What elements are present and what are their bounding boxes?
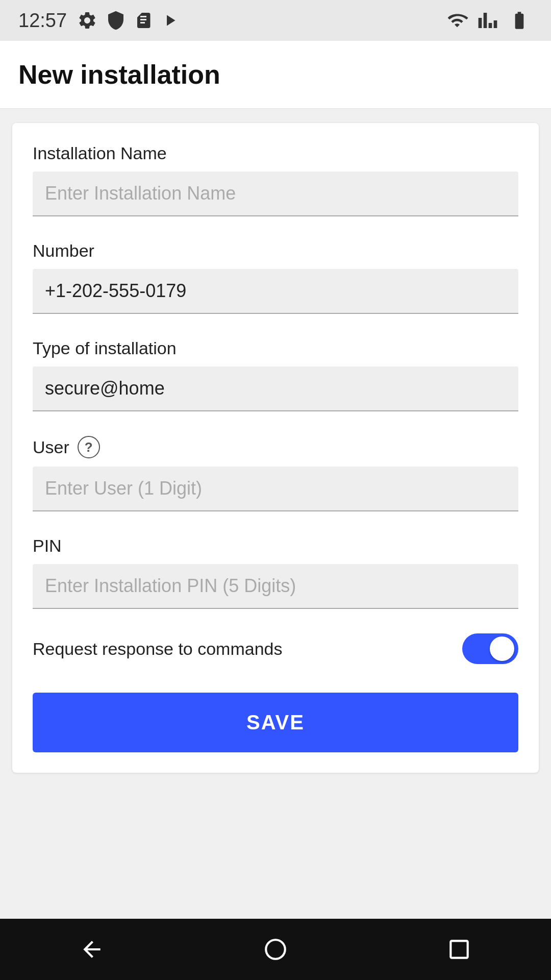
svg-rect-1 xyxy=(450,941,467,958)
user-label: User ? xyxy=(33,436,518,458)
type-of-installation-group: Type of installation xyxy=(33,338,518,411)
page-title: New installation xyxy=(18,59,533,90)
sim-icon xyxy=(134,10,153,31)
status-bar: 12:57 xyxy=(0,0,551,41)
home-button[interactable] xyxy=(255,929,296,970)
gear-icon xyxy=(77,10,97,31)
back-button[interactable] xyxy=(71,929,112,970)
request-response-row: Request response to commands xyxy=(33,633,518,664)
wifi-icon xyxy=(445,10,469,31)
toggle-knob xyxy=(490,636,514,661)
back-icon xyxy=(79,937,105,962)
page-title-bar: New installation xyxy=(0,41,551,109)
status-bar-right xyxy=(445,10,533,31)
home-icon xyxy=(263,937,288,962)
pin-group: PIN xyxy=(33,536,518,609)
shield-icon xyxy=(106,10,126,31)
user-group: User ? xyxy=(33,436,518,511)
recents-button[interactable] xyxy=(439,929,480,970)
request-response-toggle[interactable] xyxy=(462,633,518,664)
pin-input[interactable] xyxy=(33,564,518,609)
pin-label: PIN xyxy=(33,536,518,556)
form-card: Installation Name Number Type of install… xyxy=(12,123,539,773)
bottom-nav-bar xyxy=(0,919,551,980)
svg-point-0 xyxy=(266,940,285,959)
status-time: 12:57 xyxy=(18,10,67,32)
type-of-installation-label: Type of installation xyxy=(33,338,518,358)
save-button[interactable]: SAVE xyxy=(33,693,518,752)
user-input[interactable] xyxy=(33,467,518,511)
number-label: Number xyxy=(33,241,518,261)
recents-icon xyxy=(446,937,472,962)
number-group: Number xyxy=(33,241,518,314)
status-bar-left: 12:57 xyxy=(18,10,179,32)
number-input[interactable] xyxy=(33,269,518,314)
request-response-label: Request response to commands xyxy=(33,639,282,659)
type-of-installation-input[interactable] xyxy=(33,366,518,411)
installation-name-group: Installation Name xyxy=(33,143,518,216)
signal-icon xyxy=(478,10,498,31)
installation-name-input[interactable] xyxy=(33,172,518,216)
installation-name-label: Installation Name xyxy=(33,143,518,163)
play-icon xyxy=(161,10,179,31)
battery-icon xyxy=(506,10,533,31)
status-icons xyxy=(77,10,179,31)
user-help-icon[interactable]: ? xyxy=(78,436,100,458)
